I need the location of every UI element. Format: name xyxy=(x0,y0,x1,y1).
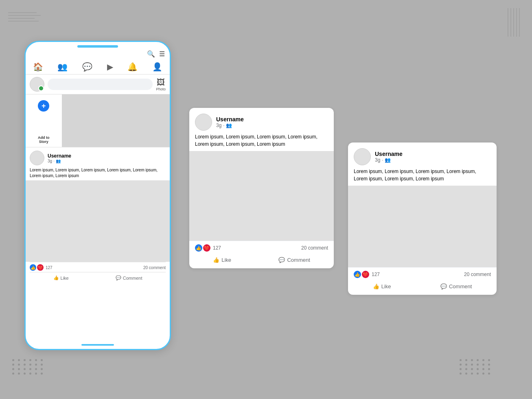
card1-heart-reaction: ❤️ xyxy=(203,244,210,252)
menu-icon[interactable]: ☰ xyxy=(159,50,165,58)
comment-button[interactable]: 💬 Comment xyxy=(107,274,151,282)
card1-comment-button[interactable]: 💬 Comment xyxy=(266,255,322,265)
card2-comment-icon: 💬 xyxy=(440,283,447,289)
card2-reactions: 👍 ❤️ 127 20 comment xyxy=(348,267,497,280)
card1-comment-icon: 💬 xyxy=(278,257,285,263)
phone-status-bar: 🖼 Photo xyxy=(26,75,170,94)
post-meta: Username 3g · 👥 xyxy=(48,153,71,163)
bg-dots-left xyxy=(12,359,44,375)
post-header: Username 3g · 👥 xyxy=(30,151,166,165)
card2-like-label: Like xyxy=(381,283,391,289)
card1-reaction-icons: 👍 ❤️ 127 xyxy=(195,244,221,252)
nav-notifications[interactable]: 🔔 xyxy=(127,62,138,72)
card2-like-icon: 👍 xyxy=(373,283,379,289)
card2-header: Username 3g · 👥 xyxy=(348,142,497,168)
bg-dots-right xyxy=(460,359,491,375)
card2-audience-icon: · 👥 xyxy=(382,157,391,163)
card1-comment-count: 20 comment xyxy=(301,245,328,251)
reaction-icons: 👍 ❤️ 127 xyxy=(30,264,53,271)
bg-decoration-lines-right xyxy=(508,8,520,37)
post-card-2: Username 3g · 👥 Lorem ipsum, Lorem ipsum… xyxy=(348,142,497,295)
add-story-item[interactable]: + Add toStory xyxy=(26,94,62,147)
card1-avatar xyxy=(195,114,212,131)
status-avatar xyxy=(30,77,44,92)
card1-like-button[interactable]: 👍 Like xyxy=(201,255,243,265)
phone-header: 🔍 ☰ xyxy=(26,48,170,60)
post-reactions: 👍 ❤️ 127 20 comment xyxy=(30,262,166,272)
nav-profile[interactable]: 👤 xyxy=(152,62,162,72)
card1-meta: Username 3g · 👥 xyxy=(216,116,244,128)
card2-username: Username xyxy=(375,151,403,157)
phone-nav: 🏠 👥 💬 ▶ 🔔 👤 xyxy=(26,60,170,75)
card2-meta: Username 3g · 👥 xyxy=(375,151,403,163)
post-action-buttons: 👍 Like 💬 Comment xyxy=(30,272,166,283)
card1-action-buttons: 👍 Like 💬 Comment xyxy=(189,253,334,268)
card2-reaction-icons: 👍 ❤️ 127 xyxy=(354,271,380,278)
nav-watch[interactable]: ▶ xyxy=(107,62,113,72)
card1-username: Username xyxy=(216,116,244,123)
card2-avatar xyxy=(354,148,371,165)
post-time: 3g xyxy=(48,159,52,163)
post-username: Username xyxy=(48,153,71,159)
like-icon: 👍 xyxy=(53,275,59,281)
card2-image xyxy=(348,186,497,267)
stories-row: + Add toStory xyxy=(26,94,170,147)
post-footer: 👍 ❤️ 127 20 comment 👍 Like 💬 Comment xyxy=(26,262,170,283)
card2-comment-label: Comment xyxy=(449,283,472,289)
story-item-1[interactable] xyxy=(62,94,98,147)
photo-label: Photo xyxy=(156,87,166,91)
nav-messenger[interactable]: 💬 xyxy=(82,62,92,72)
card2-time: 3g xyxy=(375,157,380,163)
card2-comment-button[interactable]: 💬 Comment xyxy=(428,281,484,292)
like-reaction: 👍 xyxy=(30,264,36,271)
card1-reactions: 👍 ❤️ 127 20 comment xyxy=(189,241,334,253)
card1-sub: 3g · 👥 xyxy=(216,123,244,128)
post-avatar xyxy=(30,151,44,165)
phone-home-indicator xyxy=(81,344,114,346)
story-item-3[interactable] xyxy=(134,94,170,147)
audience-icon: 👥 xyxy=(56,159,61,163)
card1-header: Username 3g · 👥 xyxy=(189,108,334,133)
add-story-icon: + xyxy=(38,100,49,112)
card1-image xyxy=(189,151,334,241)
card2-like-button[interactable]: 👍 Like xyxy=(361,281,403,292)
phone-post: Username 3g · 👥 Lorem ipsum, Lorem ipsum… xyxy=(26,147,170,180)
card1-reaction-count: 127 xyxy=(213,245,221,251)
card1-like-label: Like xyxy=(221,257,231,263)
status-input[interactable] xyxy=(48,79,153,90)
card1-time: 3g xyxy=(216,123,221,128)
nav-friends[interactable]: 👥 xyxy=(57,62,68,72)
photo-icon: 🖼 xyxy=(157,78,165,87)
comment-label: Comment xyxy=(123,276,142,281)
post-sub: 3g · 👥 xyxy=(48,159,71,163)
card2-like-reaction: 👍 xyxy=(354,271,361,278)
add-story-label: Add toStory xyxy=(38,136,50,144)
card1-comment-label: Comment xyxy=(287,257,310,263)
card2-sub: 3g · 👥 xyxy=(375,157,403,163)
card2-comment-count: 20 comment xyxy=(464,272,491,277)
phone-mockup: 🔍 ☰ 🏠 👥 💬 ▶ 🔔 👤 🖼 Photo + Add toStor xyxy=(24,41,171,350)
bg-decoration-lines-left xyxy=(8,12,41,24)
card2-action-buttons: 👍 Like 💬 Comment xyxy=(348,280,497,295)
like-label: Like xyxy=(61,276,69,281)
post-card-1: Username 3g · 👥 Lorem ipsum, Lorem ipsum… xyxy=(189,108,334,268)
heart-reaction: ❤️ xyxy=(37,264,44,271)
card1-audience-icon: · 👥 xyxy=(223,123,232,128)
like-button[interactable]: 👍 Like xyxy=(45,274,77,282)
card1-text: Lorem ipsum, Lorem ipsum, Lorem ipsum, L… xyxy=(189,133,334,151)
photo-button[interactable]: 🖼 Photo xyxy=(156,78,166,91)
card1-like-reaction: 👍 xyxy=(195,244,202,252)
card1-like-icon: 👍 xyxy=(213,257,219,263)
comment-icon: 💬 xyxy=(116,275,121,281)
story-item-2[interactable] xyxy=(98,94,134,147)
post-image xyxy=(26,180,170,262)
nav-home[interactable]: 🏠 xyxy=(33,62,43,72)
card2-reaction-count: 127 xyxy=(372,272,380,277)
comment-count: 20 comment xyxy=(143,265,166,270)
reaction-count: 127 xyxy=(46,265,53,270)
post-text: Lorem ipsum, Lorem ipsum, Lorem ipsum, L… xyxy=(30,167,166,180)
card2-heart-reaction: ❤️ xyxy=(362,271,369,278)
friends-icon: · xyxy=(53,159,55,163)
card2-text: Lorem ipsum, Lorem ipsum, Lorem ipsum, L… xyxy=(348,168,497,186)
search-icon[interactable]: 🔍 xyxy=(147,50,155,58)
